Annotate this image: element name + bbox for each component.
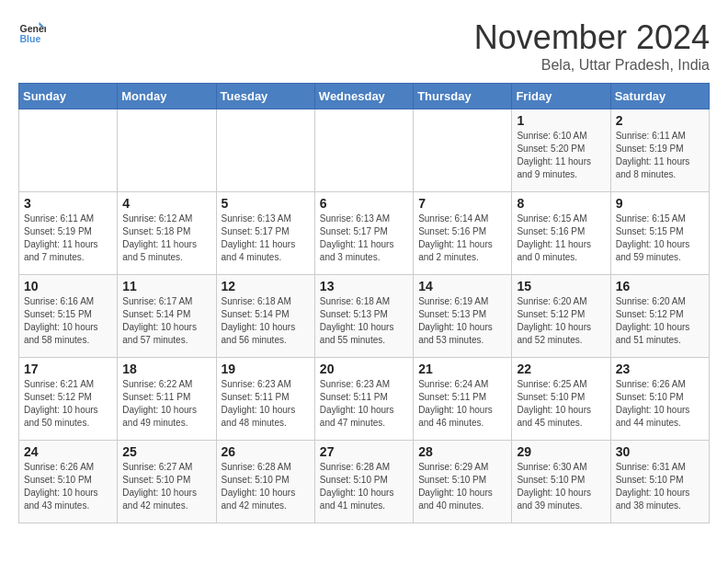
svg-text:Blue: Blue [20,33,41,44]
calendar-cell: 12Sunrise: 6:18 AMSunset: 5:14 PMDayligh… [216,275,314,358]
day-info: Sunrise: 6:26 AMSunset: 5:10 PMDaylight:… [24,461,112,512]
weekday-header-tuesday: Tuesday [216,84,314,109]
calendar-cell: 19Sunrise: 6:23 AMSunset: 5:11 PMDayligh… [216,358,314,441]
weekday-header-wednesday: Wednesday [314,84,413,109]
day-info: Sunrise: 6:29 AMSunset: 5:10 PMDaylight:… [418,461,506,512]
day-info: Sunrise: 6:28 AMSunset: 5:10 PMDaylight:… [320,461,408,512]
calendar-cell: 7Sunrise: 6:14 AMSunset: 5:16 PMDaylight… [414,192,512,275]
header: General Blue November 2024 Bela, Uttar P… [18,18,710,74]
day-info: Sunrise: 6:19 AMSunset: 5:13 PMDaylight:… [418,295,506,347]
location-subtitle: Bela, Uttar Pradesh, India [474,57,710,74]
day-info: Sunrise: 6:26 AMSunset: 5:10 PMDaylight:… [616,378,704,430]
calendar-cell: 13Sunrise: 6:18 AMSunset: 5:13 PMDayligh… [314,275,413,358]
calendar-week-row: 3Sunrise: 6:11 AMSunset: 5:19 PMDaylight… [19,192,710,275]
day-number: 26 [222,444,310,459]
day-info: Sunrise: 6:22 AMSunset: 5:11 PMDaylight:… [122,378,210,430]
calendar-cell: 8Sunrise: 6:15 AMSunset: 5:16 PMDaylight… [512,192,610,275]
day-info: Sunrise: 6:31 AMSunset: 5:10 PMDaylight:… [616,461,704,512]
day-number: 17 [24,362,112,376]
day-info: Sunrise: 6:27 AMSunset: 5:10 PMDaylight:… [122,461,210,512]
day-number: 12 [222,279,310,293]
day-number: 4 [122,196,210,211]
day-number: 16 [616,279,704,293]
month-title: November 2024 [474,18,710,57]
day-number: 21 [418,362,506,376]
day-info: Sunrise: 6:14 AMSunset: 5:16 PMDaylight:… [418,213,506,264]
day-info: Sunrise: 6:28 AMSunset: 5:10 PMDaylight:… [222,461,310,512]
calendar-cell: 11Sunrise: 6:17 AMSunset: 5:14 PMDayligh… [118,275,216,358]
day-number: 27 [320,444,408,459]
calendar-cell: 25Sunrise: 6:27 AMSunset: 5:10 PMDayligh… [118,441,216,523]
calendar-cell: 30Sunrise: 6:31 AMSunset: 5:10 PMDayligh… [610,441,709,523]
title-area: November 2024 Bela, Uttar Pradesh, India [474,18,710,74]
day-number: 13 [320,279,408,293]
day-info: Sunrise: 6:12 AMSunset: 5:18 PMDaylight:… [122,213,210,264]
day-number: 28 [418,444,506,459]
calendar-week-row: 10Sunrise: 6:16 AMSunset: 5:15 PMDayligh… [19,275,710,358]
day-info: Sunrise: 6:13 AMSunset: 5:17 PMDaylight:… [320,213,408,264]
calendar-body: 1Sunrise: 6:10 AMSunset: 5:20 PMDaylight… [19,109,710,523]
day-number: 1 [517,113,605,128]
day-number: 23 [616,362,704,376]
calendar-week-row: 1Sunrise: 6:10 AMSunset: 5:20 PMDaylight… [19,109,710,192]
calendar-cell [216,109,314,192]
calendar-cell: 26Sunrise: 6:28 AMSunset: 5:10 PMDayligh… [216,441,314,523]
calendar-week-row: 24Sunrise: 6:26 AMSunset: 5:10 PMDayligh… [19,441,710,523]
calendar-cell: 23Sunrise: 6:26 AMSunset: 5:10 PMDayligh… [610,358,709,441]
day-info: Sunrise: 6:15 AMSunset: 5:15 PMDaylight:… [616,213,704,264]
weekday-header-row: SundayMondayTuesdayWednesdayThursdayFrid… [19,84,710,109]
day-number: 5 [222,196,310,211]
day-number: 9 [616,196,704,211]
day-info: Sunrise: 6:13 AMSunset: 5:17 PMDaylight:… [222,213,310,264]
day-info: Sunrise: 6:30 AMSunset: 5:10 PMDaylight:… [517,461,605,512]
calendar-cell: 18Sunrise: 6:22 AMSunset: 5:11 PMDayligh… [118,358,216,441]
day-number: 11 [122,279,210,293]
calendar-cell: 10Sunrise: 6:16 AMSunset: 5:15 PMDayligh… [19,275,118,358]
day-number: 15 [517,279,605,293]
day-info: Sunrise: 6:20 AMSunset: 5:12 PMDaylight:… [616,295,704,347]
calendar-cell: 29Sunrise: 6:30 AMSunset: 5:10 PMDayligh… [512,441,610,523]
calendar-header: SundayMondayTuesdayWednesdayThursdayFrid… [19,84,710,109]
day-number: 8 [517,196,605,211]
day-number: 24 [24,444,112,459]
day-number: 14 [418,279,506,293]
calendar-cell: 6Sunrise: 6:13 AMSunset: 5:17 PMDaylight… [314,192,413,275]
calendar-cell [118,109,216,192]
day-number: 25 [122,444,210,459]
day-info: Sunrise: 6:17 AMSunset: 5:14 PMDaylight:… [122,295,210,347]
calendar-cell: 17Sunrise: 6:21 AMSunset: 5:12 PMDayligh… [19,358,118,441]
calendar-cell: 2Sunrise: 6:11 AMSunset: 5:19 PMDaylight… [610,109,709,192]
day-info: Sunrise: 6:15 AMSunset: 5:16 PMDaylight:… [517,213,605,264]
calendar-cell: 9Sunrise: 6:15 AMSunset: 5:15 PMDaylight… [610,192,709,275]
day-number: 19 [222,362,310,376]
calendar-cell: 14Sunrise: 6:19 AMSunset: 5:13 PMDayligh… [414,275,512,358]
day-info: Sunrise: 6:25 AMSunset: 5:10 PMDaylight:… [517,378,605,430]
calendar-cell [19,109,118,192]
day-info: Sunrise: 6:20 AMSunset: 5:12 PMDaylight:… [517,295,605,347]
day-number: 18 [122,362,210,376]
calendar-cell: 3Sunrise: 6:11 AMSunset: 5:19 PMDaylight… [19,192,118,275]
day-number: 6 [320,196,408,211]
calendar-cell: 1Sunrise: 6:10 AMSunset: 5:20 PMDaylight… [512,109,610,192]
logo: General Blue [18,18,46,46]
calendar-week-row: 17Sunrise: 6:21 AMSunset: 5:12 PMDayligh… [19,358,710,441]
day-number: 29 [517,444,605,459]
calendar-cell: 28Sunrise: 6:29 AMSunset: 5:10 PMDayligh… [414,441,512,523]
calendar-table: SundayMondayTuesdayWednesdayThursdayFrid… [18,83,710,523]
calendar-cell [414,109,512,192]
day-number: 20 [320,362,408,376]
day-number: 7 [418,196,506,211]
day-number: 22 [517,362,605,376]
weekday-header-monday: Monday [118,84,216,109]
day-info: Sunrise: 6:23 AMSunset: 5:11 PMDaylight:… [320,378,408,430]
day-number: 2 [616,113,704,128]
calendar-cell: 20Sunrise: 6:23 AMSunset: 5:11 PMDayligh… [314,358,413,441]
day-info: Sunrise: 6:16 AMSunset: 5:15 PMDaylight:… [24,295,112,347]
calendar-cell: 15Sunrise: 6:20 AMSunset: 5:12 PMDayligh… [512,275,610,358]
weekday-header-saturday: Saturday [610,84,709,109]
day-info: Sunrise: 6:18 AMSunset: 5:14 PMDaylight:… [222,295,310,347]
day-info: Sunrise: 6:24 AMSunset: 5:11 PMDaylight:… [418,378,506,430]
day-number: 3 [24,196,112,211]
calendar-cell: 22Sunrise: 6:25 AMSunset: 5:10 PMDayligh… [512,358,610,441]
calendar-cell [314,109,413,192]
